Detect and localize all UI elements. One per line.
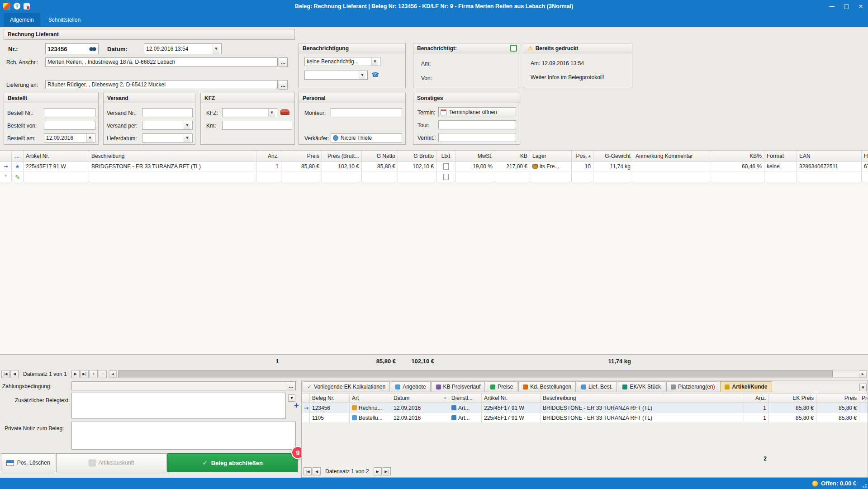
col-mwst[interactable]: MwSt.	[455, 151, 495, 161]
cell-beschreibung[interactable]: BRIDGESTONE - ER 33 TURANZA RFT (TL)	[89, 161, 256, 171]
artikelauskunft-button[interactable]: Artikelauskunft	[56, 453, 166, 472]
cell-kb[interactable]: 217,00 €	[495, 161, 530, 171]
belegtext-add-button[interactable]: +	[294, 401, 299, 410]
cell-ean[interactable]: 3286340672511	[797, 161, 862, 171]
langtext-doc-icon[interactable]	[443, 163, 449, 170]
cell-ek-preis[interactable]: 85,80 €	[769, 413, 816, 423]
cell-artikel-nr[interactable]: 225/45F17 91 W	[482, 413, 541, 423]
cell-preis[interactable]: 85,80 €	[816, 413, 859, 423]
filter-icon[interactable]: ≡	[444, 396, 446, 400]
tab-preise[interactable]: Preise	[486, 381, 517, 392]
col-g-netto[interactable]: G Netto	[362, 151, 398, 161]
tab-lief-best[interactable]: Lief. Best.	[577, 381, 617, 392]
col-hst[interactable]: Hst.	[862, 151, 868, 161]
chevron-down-icon[interactable]: ▼	[184, 121, 190, 129]
horizontal-scrollbar[interactable]: ◀ ▶	[109, 370, 867, 378]
kfz-combo[interactable]: ▼	[222, 108, 277, 117]
col-ek-preis[interactable]: EK Preis	[769, 394, 816, 403]
scrollbar-thumb[interactable]	[118, 370, 833, 377]
cell-preis[interactable]	[281, 172, 322, 182]
chevron-down-icon[interactable]: ▼	[371, 57, 378, 66]
col-g-gewicht[interactable]: G-Gewicht	[593, 151, 633, 161]
chevron-down-icon[interactable]: ▼	[86, 134, 93, 142]
tab-angebote[interactable]: Angebote	[391, 381, 430, 392]
cell-preis-cut[interactable]	[859, 413, 868, 423]
cell-beschreibung[interactable]: BRIDGESTONE - ER 33 TURANZA RFT (TL)	[541, 413, 744, 423]
cell-hst[interactable]: 6725	[862, 161, 868, 171]
cell-g-netto[interactable]: 85,80 €	[362, 161, 398, 171]
lieferung-an-ellipsis-button[interactable]: ...	[279, 80, 288, 90]
cell-g-gewicht[interactable]	[593, 172, 633, 182]
benachrichtigung-art-combo[interactable]: keine Benachrichtig... ▼	[304, 57, 380, 66]
nav-first-icon[interactable]: |◀	[1, 370, 9, 378]
nav-next-icon[interactable]: ▶	[71, 370, 80, 378]
benachrichtigt-checkbox-icon[interactable]	[510, 45, 517, 52]
search-binoculars-icon[interactable]	[89, 47, 96, 52]
cell-beschreibung[interactable]: BRIDGESTONE - ER 33 TURANZA RFT (TL)	[541, 403, 744, 413]
bestell-nr-input[interactable]	[44, 108, 95, 117]
tab-kb-preisverlauf[interactable]: KB Preisverlauf	[432, 381, 485, 392]
cell-artikel-nr[interactable]: 225/45F17 91 W	[482, 403, 541, 413]
phone-icon[interactable]: ☎	[371, 71, 379, 78]
pos-loeschen-button[interactable]: Pos. Löschen	[1, 453, 55, 472]
col-kb-prozent[interactable]: KB%	[710, 151, 764, 161]
terminplaner-button[interactable]: Terminplaner öffnen	[438, 107, 516, 117]
notiz-textarea[interactable]	[71, 422, 296, 450]
cell-preis[interactable]: 85,80 €	[281, 161, 322, 171]
cell-lager[interactable]	[530, 172, 572, 182]
langtext-doc-icon[interactable]	[443, 174, 449, 180]
col-beschreibung[interactable]: Beschreibung	[89, 151, 256, 161]
cell-preis-cut[interactable]	[859, 403, 868, 413]
cell-pos[interactable]	[572, 172, 593, 182]
close-button[interactable]: ×	[854, 0, 868, 12]
history-row[interactable]: 1105 Bestellu... 12.09.2016 Art... 225/4…	[302, 413, 868, 423]
tour-input[interactable]	[438, 120, 516, 129]
car-icon[interactable]	[280, 109, 289, 115]
cell-beleg-nr[interactable]: 123456	[310, 403, 350, 413]
position-row[interactable]: → ★ 225/45F17 91 W BRIDGESTONE - ER 33 T…	[0, 161, 868, 172]
chevron-down-icon[interactable]: ▼	[213, 44, 219, 54]
nav-prev-icon[interactable]: ◀	[313, 467, 321, 475]
cell-hst[interactable]	[862, 172, 868, 182]
cell-datum[interactable]: 12.09.2016	[391, 413, 449, 423]
beleg-abschliessen-button[interactable]: ✓ Beleg abschließen	[167, 453, 298, 472]
cell-g-gewicht[interactable]: 11,74 kg	[593, 161, 633, 171]
nav-insert-icon[interactable]: +	[90, 370, 98, 378]
tab-overflow-dropdown-icon[interactable]: ▼	[859, 384, 867, 391]
cell-kb[interactable]	[495, 172, 530, 182]
chevron-down-icon[interactable]: ▼	[268, 109, 275, 117]
cell-artikel-nr[interactable]	[24, 172, 89, 182]
nav-next-icon[interactable]: ▶	[374, 467, 382, 475]
nav-prev-icon[interactable]: ◀	[10, 370, 19, 378]
col-kb[interactable]: KB	[495, 151, 530, 161]
km-input[interactable]	[222, 121, 292, 130]
col-anz[interactable]: Anz.	[256, 151, 281, 161]
cell-preis-brutto[interactable]	[322, 172, 362, 182]
versand-per-combo[interactable]: ▼	[142, 121, 193, 130]
datum-combo[interactable]: 12.09.2016 13:54 ▼	[144, 43, 222, 54]
cell-kb-prozent[interactable]	[710, 172, 764, 182]
zahlungsbedingung-field[interactable]	[71, 381, 296, 390]
lieferung-an-field[interactable]: Räuber Rüdiger, , Diebesweg 2, D-65412 M…	[45, 80, 278, 89]
star-icon[interactable]: ★	[15, 163, 20, 170]
history-row[interactable]: → 123456 Rechnu... 12.09.2016 Art... 225…	[302, 403, 868, 413]
cell-ek-preis[interactable]: 85,80 €	[769, 403, 816, 413]
tab-platzierungen[interactable]: Platzierung(en)	[666, 381, 719, 392]
cell-beleg-nr[interactable]: 1105	[310, 413, 350, 423]
col-lager[interactable]: Lager	[530, 151, 572, 161]
col-artikel-nr[interactable]: Artikel Nr.	[24, 151, 89, 161]
cell-kb-prozent[interactable]: 60,46 %	[710, 161, 764, 171]
cell-dienstl[interactable]: Art...	[449, 403, 482, 413]
cell-dienstl[interactable]: Art...	[449, 413, 482, 423]
col-ean[interactable]: EAN	[797, 151, 862, 161]
monteur-input[interactable]	[331, 108, 402, 117]
lieferdatum-combo[interactable]: ▼	[142, 133, 193, 142]
col-format[interactable]: Format	[764, 151, 797, 161]
verkaeufer-field[interactable]: Nicole Thiele	[331, 133, 402, 142]
resize-grip[interactable]	[861, 482, 867, 488]
cell-anmerkung[interactable]	[633, 161, 710, 171]
col-preis-cut[interactable]: Prei	[859, 394, 868, 403]
bestellt-von-input[interactable]	[44, 121, 95, 130]
maximize-button[interactable]: □	[839, 0, 854, 12]
cell-mwst[interactable]	[455, 172, 495, 182]
